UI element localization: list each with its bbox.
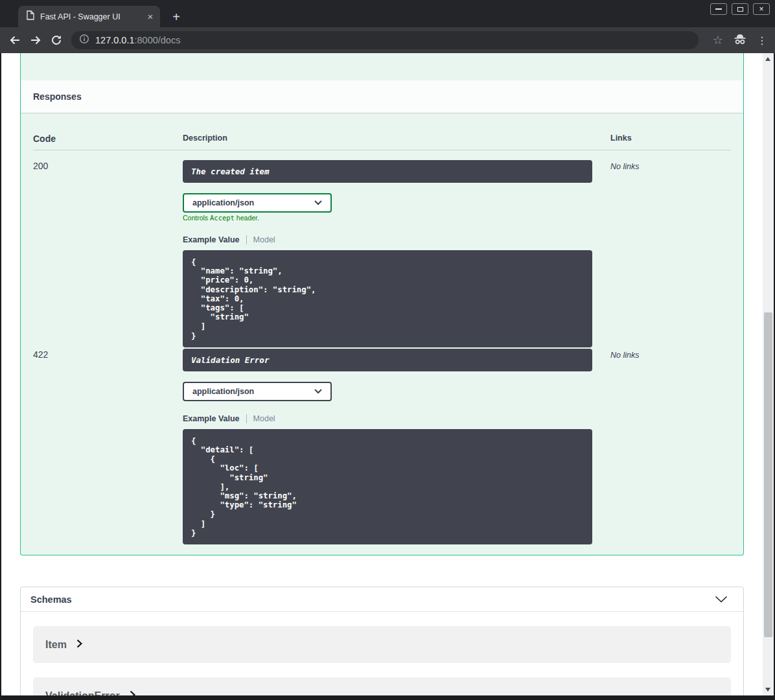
url-text: 127.0.0.1:8000/docs xyxy=(95,35,180,45)
incognito-icon xyxy=(733,32,747,48)
media-type-value: application/json xyxy=(192,198,254,207)
bookmark-star-icon[interactable]: ☆ xyxy=(713,33,723,47)
responses-table: Code Description Links 200 The created i… xyxy=(21,113,743,544)
schemas-header[interactable]: Schemas xyxy=(21,587,743,612)
scrollbar-thumb[interactable] xyxy=(764,312,772,637)
url-bar[interactable]: 127.0.0.1:8000/docs xyxy=(71,31,699,49)
scroll-up-arrow-icon[interactable] xyxy=(765,57,770,61)
model-name: Item xyxy=(45,639,67,651)
schema-model-item[interactable]: Item xyxy=(33,626,731,663)
opblock-spacer xyxy=(21,53,743,80)
browser-tab[interactable]: Fast API - Swagger UI × xyxy=(18,6,160,27)
schema-model-validationerror[interactable]: ValidationError xyxy=(33,677,731,695)
media-type-select[interactable]: application/json xyxy=(183,382,332,401)
window-controls: × xyxy=(710,3,770,15)
swagger-content: Responses Code Description Links 200 The… xyxy=(1,53,763,695)
opblock-post-responses: Responses Code Description Links 200 The… xyxy=(20,53,744,555)
example-model-tabs: Example Value Model xyxy=(183,235,610,245)
chevron-down-icon xyxy=(314,387,322,396)
example-json-422: { "detail": [ { "loc": [ "string" ], "ms… xyxy=(183,429,592,544)
forward-button[interactable] xyxy=(27,31,45,49)
col-header-code: Code xyxy=(33,134,183,144)
minimize-button[interactable] xyxy=(710,3,727,15)
responses-section-header: Responses xyxy=(21,80,743,113)
example-model-tabs: Example Value Model xyxy=(183,414,610,424)
col-header-description: Description xyxy=(183,134,610,144)
response-row-200: 200 The created item application/json Co… xyxy=(33,150,731,347)
responses-table-head: Code Description Links xyxy=(33,113,731,150)
back-button[interactable] xyxy=(6,31,24,49)
browser-toolbar: 127.0.0.1:8000/docs ☆ ⋮ xyxy=(0,27,775,53)
tab-model[interactable]: Model xyxy=(247,235,275,244)
tab-title: Fast API - Swagger UI xyxy=(40,12,145,21)
page-viewport: Responses Code Description Links 200 The… xyxy=(1,53,774,695)
page-favicon-icon xyxy=(26,10,34,23)
response-row-422: 422 Validation Error application/json Ex… xyxy=(33,347,731,544)
close-window-button[interactable]: × xyxy=(753,3,770,15)
schemas-title: Schemas xyxy=(30,594,72,605)
media-type-value: application/json xyxy=(192,387,254,396)
browser-menu-icon[interactable]: ⋮ xyxy=(757,34,767,47)
new-tab-button[interactable]: + xyxy=(168,8,185,25)
tab-close-icon[interactable]: × xyxy=(145,11,156,23)
response-description-box: Validation Error xyxy=(183,349,592,371)
media-type-select[interactable]: application/json xyxy=(183,193,332,213)
maximize-button[interactable] xyxy=(732,3,748,15)
schemas-section: Schemas Item ValidationError xyxy=(20,587,744,695)
maximize-icon xyxy=(737,7,743,12)
reload-button[interactable] xyxy=(47,31,65,49)
vertical-scrollbar[interactable] xyxy=(763,53,774,695)
col-header-links: Links xyxy=(610,134,731,144)
links-value: No links xyxy=(610,162,639,171)
chevron-right-icon xyxy=(130,690,135,696)
tab-example-value[interactable]: Example Value xyxy=(183,235,247,244)
response-code: 200 xyxy=(33,161,48,171)
scroll-down-arrow-icon[interactable] xyxy=(765,688,770,692)
accept-header-note: Controls Accept header. xyxy=(183,214,610,222)
links-value: No links xyxy=(610,351,639,360)
model-name: ValidationError xyxy=(45,690,120,696)
tab-model[interactable]: Model xyxy=(247,414,275,423)
responses-title: Responses xyxy=(33,91,82,102)
chevron-down-icon xyxy=(314,198,322,207)
schemas-body: Item ValidationError xyxy=(21,612,743,695)
response-description-box: The created item xyxy=(183,160,592,183)
tab-bar: Fast API - Swagger UI × + × xyxy=(0,0,775,27)
tab-example-value[interactable]: Example Value xyxy=(183,414,247,423)
response-code: 422 xyxy=(33,349,48,360)
minimize-icon xyxy=(715,8,722,10)
site-info-icon[interactable] xyxy=(79,34,89,47)
chevron-down-icon[interactable] xyxy=(715,594,728,605)
example-json-200: { "name": "string", "price": 0, "descrip… xyxy=(183,250,592,347)
chevron-right-icon xyxy=(76,639,82,651)
